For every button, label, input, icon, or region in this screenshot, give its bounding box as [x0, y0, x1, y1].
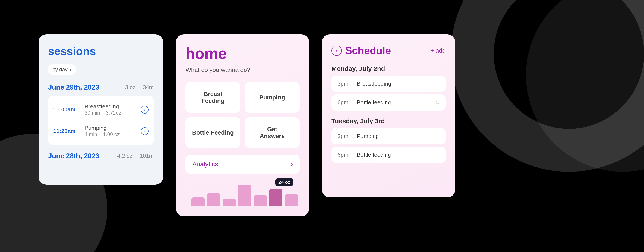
home-title: home [186, 45, 300, 62]
analytics-row[interactable]: Analytics › [186, 154, 300, 174]
session-type-2: Pumping [84, 125, 138, 131]
bg-arc [451, 0, 644, 172]
chart-bar-6 [270, 189, 282, 206]
schedule-item-tue-1: 3pm Pumping [332, 128, 446, 144]
sessions-card: sessions by day ▾ June 29th, 2023 3 oz 3… [39, 34, 163, 184]
date-stats-1: 3 oz 34m [125, 84, 154, 90]
chart-bar-3 [222, 198, 236, 206]
schedule-header-left: ‹ Schedule [332, 45, 391, 56]
date-header-1: June 29th, 2023 3 oz 34m [48, 83, 154, 91]
chart-bar-7 [285, 194, 298, 206]
bottle-feeding-button[interactable]: Bottle Feeding [186, 117, 240, 148]
chart-bar-4 [238, 184, 251, 206]
session-item-2: 11:20am Pumping 4 min 1.00 oz › [53, 120, 148, 142]
pumping-button[interactable]: Pumping [245, 82, 300, 113]
session-info-1: Breastfeeding 30 min 3.72oz [84, 103, 138, 116]
session-chevron-2[interactable]: › [141, 127, 148, 135]
schedule-activity-tue-2: Bottle feeding [357, 152, 440, 158]
home-card: home What do you wanna do? BreastFeeding… [176, 34, 309, 216]
tuesday-label: Tuesday, July 3rd [332, 118, 446, 125]
schedule-day-monday: Monday, July 2nd 3pm Breastfeeding 6pm B… [332, 65, 446, 110]
sessions-title: sessions [48, 45, 154, 58]
chevron-down-icon: ▾ [69, 67, 72, 72]
chart-bar-1 [192, 198, 204, 206]
session-amount-2: 1.00 oz [103, 131, 120, 137]
date-oz-2: 4.2 oz [117, 152, 132, 159]
analytics-chevron-icon: › [291, 161, 293, 168]
date-stats-2: 4.2 oz 101m [117, 152, 154, 159]
schedule-card: ‹ Schedule + add Monday, July 2nd 3pm Br… [322, 34, 455, 198]
session-details-2: 4 min 1.00 oz [84, 131, 138, 138]
monday-label: Monday, July 2nd [332, 65, 446, 72]
schedule-title: Schedule [345, 45, 391, 56]
schedule-item-mon-2: 6pm Bottle feeding ↻ [332, 94, 446, 110]
session-info-2: Pumping 4 min 1.00 oz [84, 125, 138, 138]
date-min-1: 34m [143, 84, 154, 90]
date-label-2: June 28th, 2023 [48, 152, 99, 160]
session-item-1: 11:00am Breastfeeding 30 min 3.72oz › [53, 99, 148, 120]
divider [139, 85, 139, 90]
filter-dropdown[interactable]: by day ▾ [48, 64, 76, 75]
schedule-activity-mon-2: Bottle feeding [357, 99, 431, 106]
refresh-icon: ↻ [435, 100, 440, 106]
chart-bar-5 [254, 195, 267, 206]
session-time-1: 11:00am [53, 106, 81, 113]
date-header-2: June 28th, 2023 4.2 oz 101m [48, 152, 154, 160]
date-section-1: June 29th, 2023 3 oz 34m 11:00am Breastf… [48, 83, 154, 145]
chart-container: 24 oz [186, 180, 300, 206]
get-answers-button[interactable]: GetAnswers [245, 117, 300, 148]
schedule-time-mon-2: 6pm [338, 99, 352, 106]
date-label-1: June 29th, 2023 [48, 83, 99, 91]
home-grid: BreastFeeding Pumping Bottle Feeding Get… [186, 82, 300, 148]
home-subtitle: What do you wanna do? [186, 66, 300, 74]
schedule-time-mon-1: 3pm [338, 80, 352, 87]
schedule-header: ‹ Schedule + add [332, 45, 446, 56]
schedule-time-tue-1: 3pm [338, 133, 352, 140]
chart-tooltip: 24 oz [276, 178, 293, 186]
divider-2 [136, 154, 136, 159]
session-time-2: 11:20am [53, 128, 81, 134]
schedule-item-mon-1: 3pm Breastfeeding [332, 76, 446, 92]
session-chevron-1[interactable]: › [141, 106, 148, 114]
session-type-1: Breastfeeding [84, 103, 138, 110]
schedule-activity-tue-1: Pumping [357, 133, 440, 140]
schedule-day-tuesday: Tuesday, July 3rd 3pm Pumping 6pm Bottle… [332, 118, 446, 163]
date-min-2: 101m [140, 152, 154, 159]
breast-feeding-button[interactable]: BreastFeeding [186, 82, 240, 113]
filter-label: by day [52, 66, 68, 72]
sessions-list-1: 11:00am Breastfeeding 30 min 3.72oz › 11… [48, 96, 154, 145]
date-oz-1: 3 oz [125, 84, 136, 90]
schedule-item-tue-2: 6pm Bottle feeding [332, 147, 446, 163]
cards-container: sessions by day ▾ June 29th, 2023 3 oz 3… [39, 34, 455, 216]
chart-bars: 24 oz [190, 180, 300, 206]
back-button[interactable]: ‹ [332, 46, 342, 56]
analytics-label: Analytics [192, 160, 218, 168]
session-duration-1: 30 min [84, 110, 100, 116]
schedule-activity-mon-1: Breastfeeding [357, 80, 440, 87]
schedule-time-tue-2: 6pm [338, 152, 352, 158]
add-button[interactable]: + add [430, 47, 446, 54]
date-section-2: June 28th, 2023 4.2 oz 101m [48, 152, 154, 160]
session-details-1: 30 min 3.72oz [84, 110, 138, 116]
session-duration-2: 4 min [84, 131, 97, 137]
session-amount-1: 3.72oz [106, 110, 121, 116]
back-icon: ‹ [336, 48, 337, 54]
chart-bar-2 [207, 193, 220, 206]
